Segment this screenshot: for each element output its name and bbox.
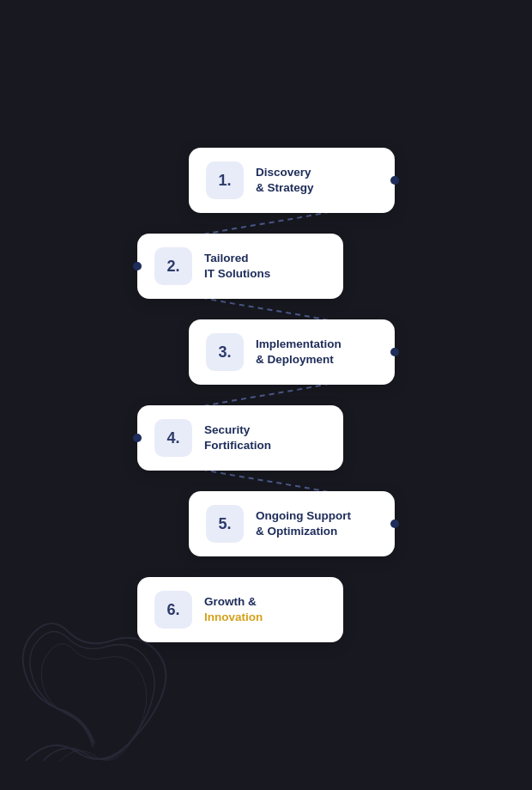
step-number-box-5: 5.: [206, 505, 244, 543]
step-card-4: 4.SecurityFortification: [137, 405, 343, 471]
connector-dot-1: [390, 176, 399, 185]
connector-dot-4: [133, 434, 142, 442]
connector-dot-3: [390, 348, 399, 356]
step-number-1: 1.: [218, 172, 231, 190]
step-label-4: SecurityFortification: [204, 422, 271, 453]
step-row-4: 4.SecurityFortification: [137, 395, 395, 481]
step-row-1: 1.Discovery& Strategy: [137, 137, 395, 223]
step-card-3: 3.Implementation& Deployment: [189, 319, 395, 385]
step-number-3: 3.: [218, 343, 231, 362]
step-number-4: 4.: [166, 429, 179, 447]
connector-dot-5: [390, 520, 399, 528]
step-number-box-4: 4.: [154, 419, 192, 457]
main-container: 1.Discovery& Strategy2.TailoredIT Soluti…: [0, 0, 532, 790]
step-label-3: Implementation& Deployment: [256, 337, 342, 368]
step-card-5: 5.Ongoing Support& Optimization: [189, 491, 395, 556]
step-number-2: 2.: [166, 258, 179, 276]
step-label-6: Growth &Innovation: [204, 594, 263, 625]
step-number-box-6: 6.: [154, 591, 192, 629]
step-label-2: TailoredIT Solutions: [204, 251, 270, 282]
step-row-2: 2.TailoredIT Solutions: [137, 223, 395, 309]
steps-wrapper: 1.Discovery& Strategy2.TailoredIT Soluti…: [137, 137, 395, 653]
step-number-box-1: 1.: [206, 161, 244, 199]
step-number-5: 5.: [218, 515, 231, 533]
step-label-5: Ongoing Support& Optimization: [256, 508, 351, 539]
step-label-1: Discovery& Strategy: [256, 165, 314, 196]
step-card-6: 6.Growth &Innovation: [137, 577, 343, 642]
step-card-1: 1.Discovery& Strategy: [189, 148, 395, 213]
step-number-6: 6.: [166, 601, 179, 619]
connector-dot-2: [133, 262, 142, 270]
step-row-5: 5.Ongoing Support& Optimization: [137, 481, 395, 567]
step-card-2: 2.TailoredIT Solutions: [137, 234, 343, 299]
step-number-box-3: 3.: [206, 333, 244, 371]
step-number-box-2: 2.: [154, 247, 192, 285]
step-row-6: 6.Growth &Innovation: [137, 567, 395, 653]
step-row-3: 3.Implementation& Deployment: [137, 309, 395, 395]
